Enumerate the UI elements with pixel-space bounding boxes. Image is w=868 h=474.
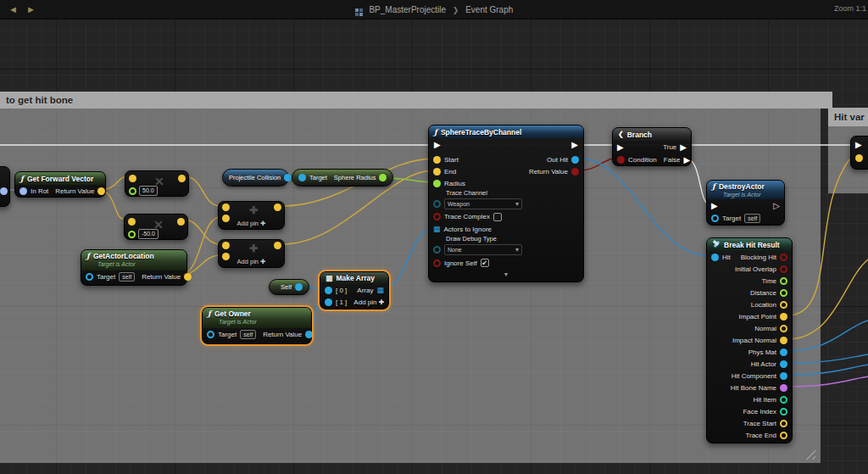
- multiply-value-input[interactable]: -50.0: [138, 229, 159, 239]
- node-sphere-radius-get[interactable]: Target Sphere Radius: [292, 169, 393, 187]
- node-get-owner[interactable]: ƒ Get Owner Target is Actor Target self …: [202, 307, 312, 344]
- exec-in-pin[interactable]: ▶: [434, 141, 441, 149]
- node-get-forward-vector[interactable]: ƒ Get Forward Vector In Rot Return Value: [14, 171, 106, 198]
- draw-debug-dropdown[interactable]: None ▾: [444, 244, 522, 255]
- normal-pin[interactable]: [780, 325, 787, 332]
- target-value[interactable]: self: [119, 272, 135, 282]
- false-exec-pin[interactable]: ▶: [683, 156, 690, 165]
- node-projectile-collision-get[interactable]: Projectile Collision: [222, 169, 289, 187]
- hit-actor-pin[interactable]: [780, 360, 787, 368]
- face-index-pin[interactable]: [780, 408, 787, 415]
- comment-header-hit-var[interactable]: Hit var: [828, 108, 868, 126]
- return-value-pin[interactable]: [97, 187, 105, 195]
- phys-mat-pin[interactable]: [780, 349, 787, 356]
- node-offscreen-hit-var[interactable]: ▶: [850, 136, 868, 170]
- ignore-self-pin[interactable]: [433, 259, 441, 267]
- draw-debug-pin[interactable]: [433, 246, 441, 254]
- vector-input-pin[interactable]: [855, 154, 863, 162]
- output-pin[interactable]: [379, 174, 387, 181]
- rotator-output-pin[interactable]: [0, 187, 8, 195]
- target-pin[interactable]: [207, 331, 214, 338]
- add-pin-button[interactable]: Add pin ✚: [219, 258, 284, 265]
- collapse-arrow[interactable]: ▼: [429, 270, 583, 280]
- actors-to-ignore-pin[interactable]: ▦: [433, 226, 441, 233]
- node-subtitle: Target is Actor: [97, 260, 181, 268]
- initial-overlap-pin[interactable]: [780, 265, 787, 273]
- node-title: Branch: [627, 131, 652, 139]
- array-output-pin[interactable]: ▦: [376, 287, 384, 294]
- comment-header-get-hit-bone[interactable]: to get hit bone: [0, 92, 832, 109]
- true-exec-pin[interactable]: ▶: [680, 143, 687, 152]
- target-value[interactable]: self: [744, 214, 760, 223]
- node-multiply-50[interactable]: ✕ 50.0: [125, 170, 189, 197]
- hit-input-pin[interactable]: [711, 254, 719, 261]
- trace-channel-dropdown[interactable]: Weapon ▾: [444, 198, 522, 209]
- ignore-self-checkbox[interactable]: ✔: [481, 259, 489, 267]
- add-output-pin[interactable]: [274, 242, 281, 249]
- trace-start-pin[interactable]: [780, 420, 787, 427]
- multiply-input-a-pin[interactable]: [128, 218, 136, 226]
- array-item0-pin[interactable]: [325, 287, 332, 294]
- blocking-hit-pin[interactable]: [780, 254, 787, 261]
- trace-end-pin[interactable]: [780, 432, 787, 439]
- hit-item-pin[interactable]: [780, 396, 787, 404]
- node-get-actor-location[interactable]: ƒ GetActorLocation Target is Actor Targe…: [81, 249, 187, 286]
- multiply-input-a-pin[interactable]: [129, 175, 136, 182]
- in-rot-pin[interactable]: [19, 187, 27, 195]
- end-pin[interactable]: [433, 168, 441, 176]
- multiply-output-pin[interactable]: [178, 175, 186, 182]
- node-branch[interactable]: ❮ Branch ▶ True ▶ Condition False ▶: [612, 127, 692, 166]
- add-pin-button[interactable]: Add pin ✚: [219, 220, 284, 227]
- node-offscreen-left[interactable]: [0, 166, 10, 207]
- array-item1-pin[interactable]: [325, 298, 332, 306]
- return-value-label: Return Value: [529, 168, 568, 176]
- target-value[interactable]: self: [240, 330, 256, 339]
- breadcrumb-asset[interactable]: BP_MasterProjectile: [369, 5, 446, 14]
- trace-complex-checkbox[interactable]: [493, 213, 502, 221]
- impact-point-pin[interactable]: [780, 313, 787, 321]
- trace-channel-pin[interactable]: [433, 200, 441, 208]
- node-add-1[interactable]: ✚ Add pin ✚: [218, 201, 285, 230]
- target-pin[interactable]: [298, 174, 306, 181]
- node-sphere-trace-by-channel[interactable]: ƒ SphereTraceByChannel ▶ ▶ Out Hit Retur…: [428, 125, 584, 282]
- target-pin[interactable]: [86, 273, 93, 281]
- radius-pin[interactable]: [433, 180, 441, 187]
- multiply-input-b-pin[interactable]: [128, 231, 136, 238]
- exec-in-pin[interactable]: ▶: [617, 143, 624, 152]
- multiply-output-pin[interactable]: [177, 218, 185, 226]
- start-pin[interactable]: [433, 156, 441, 164]
- hit-component-pin[interactable]: [780, 372, 787, 380]
- multiply-value-input[interactable]: 50.0: [139, 186, 158, 196]
- add-input-a-pin[interactable]: [222, 204, 230, 211]
- exec-out-pin[interactable]: ▷: [773, 202, 780, 210]
- condition-pin[interactable]: [617, 156, 625, 164]
- breadcrumb-graph[interactable]: Event Graph: [465, 5, 513, 14]
- return-value-pin[interactable]: [305, 331, 313, 338]
- node-self-get[interactable]: Self: [269, 279, 309, 295]
- array-output-label: Array: [357, 287, 373, 294]
- add-pin-button[interactable]: Add pin ✚: [353, 298, 384, 306]
- node-destroy-actor[interactable]: ƒ DestroyActor Target is Actor ▶ ▷ Targe…: [706, 180, 785, 226]
- output-pin[interactable]: [295, 283, 303, 291]
- node-multiply-neg50[interactable]: ✕ -50.0: [124, 214, 188, 240]
- node-break-hit-result[interactable]: Break Hit Result Hit Blocking Hit Initia…: [706, 237, 793, 443]
- add-output-pin[interactable]: [274, 204, 281, 211]
- multiply-input-b-pin[interactable]: [129, 187, 136, 195]
- out-hit-pin[interactable]: [571, 156, 579, 164]
- impact-normal-pin[interactable]: [780, 337, 787, 344]
- exec-in-pin[interactable]: ▶: [855, 141, 862, 149]
- node-make-array[interactable]: ▦ Make Array [ 0 ] Array ▦ [ 1 ] Add pin…: [320, 271, 389, 309]
- trace-complex-pin[interactable]: [433, 213, 441, 220]
- location-pin[interactable]: [780, 301, 787, 309]
- exec-in-pin[interactable]: ▶: [711, 202, 718, 210]
- time-pin[interactable]: [780, 277, 787, 285]
- exec-out-pin[interactable]: ▶: [571, 141, 578, 149]
- hit-actor-label: Hit Actor: [751, 360, 776, 368]
- node-add-2[interactable]: ✚ Add pin ✚: [218, 239, 285, 268]
- add-input-a-pin[interactable]: [222, 242, 230, 249]
- distance-pin[interactable]: [780, 289, 787, 297]
- function-icon: ƒ: [712, 182, 715, 191]
- hit-bone-name-pin[interactable]: [780, 384, 787, 392]
- return-value-pin[interactable]: [571, 168, 579, 176]
- target-pin[interactable]: [711, 215, 719, 222]
